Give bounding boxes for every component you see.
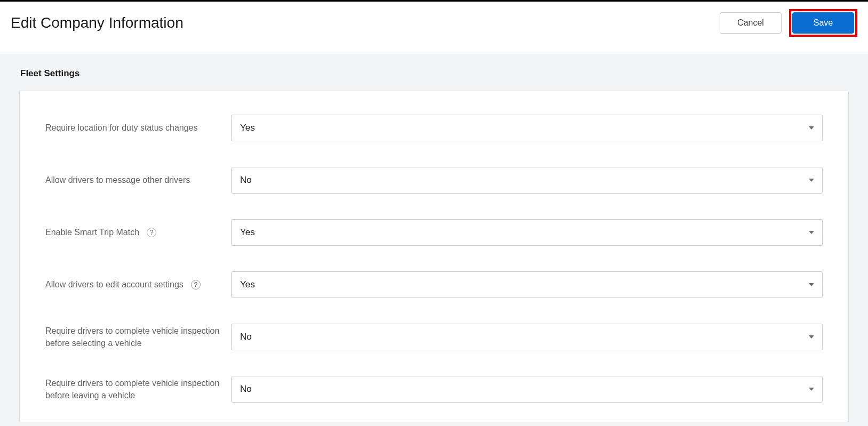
select-value: No <box>240 175 252 186</box>
setting-label: Require drivers to complete vehicle insp… <box>45 377 225 401</box>
setting-label-wrap: Allow drivers to message other drivers <box>45 174 231 186</box>
select-wrap: No <box>231 376 823 403</box>
page-title: Edit Company Information <box>11 14 184 31</box>
select-value: No <box>240 384 252 395</box>
save-button-highlight: Save <box>789 9 857 37</box>
select-value: No <box>240 332 252 342</box>
select-wrap: Yes <box>231 219 823 246</box>
section-title: Fleet Settings <box>20 68 849 79</box>
setting-label-wrap: Require location for duty status changes <box>45 122 231 134</box>
select-wrap: No <box>231 324 823 350</box>
setting-label: Enable Smart Trip Match <box>45 226 139 238</box>
setting-label-wrap: Require drivers to complete vehicle insp… <box>45 325 231 349</box>
setting-row: Allow drivers to message other drivers N… <box>45 167 823 194</box>
cancel-button[interactable]: Cancel <box>720 12 782 34</box>
save-button[interactable]: Save <box>792 12 854 34</box>
setting-label-wrap: Allow drivers to edit account settings ? <box>45 278 231 291</box>
setting-select[interactable]: Yes <box>231 219 823 246</box>
setting-select[interactable]: Yes <box>231 271 823 298</box>
select-wrap: Yes <box>231 271 823 298</box>
setting-label: Require drivers to complete vehicle insp… <box>45 325 225 349</box>
setting-label-wrap: Require drivers to complete vehicle insp… <box>45 377 231 401</box>
content-area: Fleet Settings Require location for duty… <box>0 52 868 426</box>
setting-row: Require drivers to complete vehicle insp… <box>45 324 823 350</box>
setting-label: Allow drivers to edit account settings <box>45 278 184 291</box>
header-actions: Cancel Save <box>720 9 857 37</box>
settings-card: Require location for duty status changes… <box>19 91 849 422</box>
setting-label: Require location for duty status changes <box>45 122 198 134</box>
select-wrap: Yes <box>231 115 823 141</box>
setting-label: Allow drivers to message other drivers <box>45 174 190 186</box>
select-value: Yes <box>240 279 255 290</box>
help-icon[interactable]: ? <box>147 228 156 237</box>
setting-row: Require drivers to complete vehicle insp… <box>45 376 823 403</box>
help-icon[interactable]: ? <box>191 280 201 290</box>
setting-select[interactable]: No <box>231 324 823 350</box>
setting-row: Allow drivers to edit account settings ?… <box>45 271 823 298</box>
setting-select[interactable]: No <box>231 376 823 403</box>
setting-select[interactable]: No <box>231 167 823 194</box>
setting-row: Enable Smart Trip Match ? Yes <box>45 219 823 246</box>
setting-label-wrap: Enable Smart Trip Match ? <box>45 226 231 238</box>
header: Edit Company Information Cancel Save <box>0 2 868 52</box>
select-wrap: No <box>231 167 823 194</box>
select-value: Yes <box>240 227 255 238</box>
setting-row: Require location for duty status changes… <box>45 115 823 141</box>
setting-select[interactable]: Yes <box>231 115 823 141</box>
select-value: Yes <box>240 123 255 133</box>
